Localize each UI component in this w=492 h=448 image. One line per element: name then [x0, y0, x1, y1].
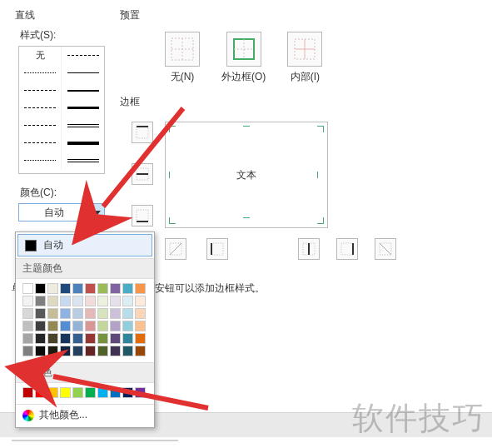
color-swatch[interactable] [35, 308, 46, 319]
color-swatch[interactable] [35, 321, 46, 331]
color-swatch[interactable] [97, 296, 108, 306]
color-swatch[interactable] [122, 333, 133, 344]
color-swatch[interactable] [122, 346, 133, 356]
color-swatch[interactable] [47, 333, 58, 344]
color-swatch[interactable] [97, 321, 108, 331]
color-dropdown-button[interactable] [89, 204, 104, 221]
border-bottom-button[interactable] [132, 205, 153, 226]
color-swatch[interactable] [72, 283, 83, 294]
color-swatch[interactable] [35, 333, 46, 344]
color-swatch[interactable] [47, 321, 58, 331]
border-diag1-button[interactable] [165, 238, 186, 260]
color-dropdown[interactable]: 自动 [18, 203, 105, 222]
color-swatch[interactable] [72, 296, 83, 306]
color-swatch[interactable] [60, 333, 71, 344]
color-swatch[interactable] [47, 346, 58, 356]
border-left-button[interactable] [206, 238, 228, 260]
color-swatch[interactable] [122, 321, 133, 331]
color-swatch[interactable] [85, 333, 96, 344]
color-swatch[interactable] [97, 308, 108, 319]
color-swatch[interactable] [135, 346, 146, 356]
style-option[interactable] [19, 134, 62, 152]
color-swatch[interactable] [72, 333, 83, 344]
color-swatch[interactable] [60, 321, 71, 331]
color-swatch[interactable] [135, 387, 146, 398]
style-option[interactable] [62, 64, 104, 82]
color-swatch[interactable] [110, 296, 121, 306]
color-swatch[interactable] [110, 387, 121, 398]
color-swatch[interactable] [60, 283, 71, 294]
color-swatch[interactable] [110, 333, 121, 344]
border-top-button[interactable] [132, 122, 153, 143]
color-swatch[interactable] [135, 283, 146, 294]
color-swatch[interactable] [35, 387, 46, 398]
color-swatch[interactable] [60, 387, 71, 398]
color-swatch[interactable] [85, 387, 96, 398]
style-none[interactable]: 无 [19, 47, 62, 64]
color-swatch[interactable] [110, 283, 121, 294]
color-swatch[interactable] [110, 308, 121, 319]
color-swatch[interactable] [72, 387, 83, 398]
border-hmid-button[interactable] [132, 163, 153, 185]
color-swatch[interactable] [122, 283, 133, 294]
color-swatch[interactable] [110, 346, 121, 356]
color-swatch[interactable] [35, 346, 46, 356]
style-list[interactable]: 无 [18, 46, 105, 174]
more-colors-option[interactable]: 其他颜色... [16, 404, 154, 426]
color-swatch[interactable] [22, 333, 33, 344]
color-swatch[interactable] [60, 346, 71, 356]
border-right-button[interactable] [336, 238, 358, 260]
color-swatch[interactable] [60, 308, 71, 319]
color-swatch[interactable] [85, 296, 96, 306]
color-swatch[interactable] [97, 346, 108, 356]
color-swatch[interactable] [85, 308, 96, 319]
color-swatch[interactable] [72, 321, 83, 331]
color-swatch[interactable] [85, 346, 96, 356]
preset-outer-button[interactable] [226, 32, 261, 67]
style-option[interactable] [19, 152, 62, 169]
color-swatch[interactable] [22, 321, 33, 331]
preset-none-button[interactable] [165, 32, 200, 67]
color-swatch[interactable] [97, 387, 108, 398]
color-swatch[interactable] [47, 387, 58, 398]
color-swatch[interactable] [60, 296, 71, 306]
color-swatch[interactable] [47, 308, 58, 319]
color-swatch[interactable] [47, 283, 58, 294]
style-option[interactable] [19, 117, 62, 134]
color-swatch[interactable] [22, 283, 33, 294]
color-swatch[interactable] [122, 296, 133, 306]
color-swatch[interactable] [35, 296, 46, 306]
border-vmid-button[interactable] [298, 238, 320, 260]
color-swatch[interactable] [47, 296, 58, 306]
color-swatch[interactable] [135, 333, 146, 344]
color-swatch[interactable] [135, 308, 146, 319]
style-option[interactable] [62, 82, 104, 99]
color-swatch[interactable] [110, 321, 121, 331]
style-option[interactable] [19, 64, 62, 82]
style-option[interactable] [19, 82, 62, 99]
color-swatch[interactable] [122, 308, 133, 319]
color-auto-option[interactable]: 自动 [17, 234, 152, 256]
color-swatch[interactable] [22, 296, 33, 306]
color-swatch[interactable] [22, 387, 33, 398]
color-swatch[interactable] [35, 283, 46, 294]
style-option[interactable] [19, 99, 62, 117]
color-swatch[interactable] [97, 283, 108, 294]
style-option[interactable] [62, 47, 104, 64]
style-option[interactable] [62, 134, 104, 152]
style-option[interactable] [62, 99, 104, 117]
color-swatch[interactable] [122, 387, 133, 398]
color-swatch[interactable] [135, 296, 146, 306]
style-option[interactable] [62, 152, 104, 169]
color-swatch[interactable] [22, 308, 33, 319]
color-swatch[interactable] [97, 333, 108, 344]
color-swatch[interactable] [72, 346, 83, 356]
color-swatch[interactable] [135, 321, 146, 331]
color-swatch[interactable] [22, 346, 33, 356]
color-swatch[interactable] [85, 283, 96, 294]
border-diag2-button[interactable] [375, 238, 396, 260]
color-swatch[interactable] [72, 308, 83, 319]
style-option[interactable] [62, 117, 104, 134]
preset-inner-button[interactable] [287, 32, 322, 67]
color-swatch[interactable] [85, 321, 96, 331]
